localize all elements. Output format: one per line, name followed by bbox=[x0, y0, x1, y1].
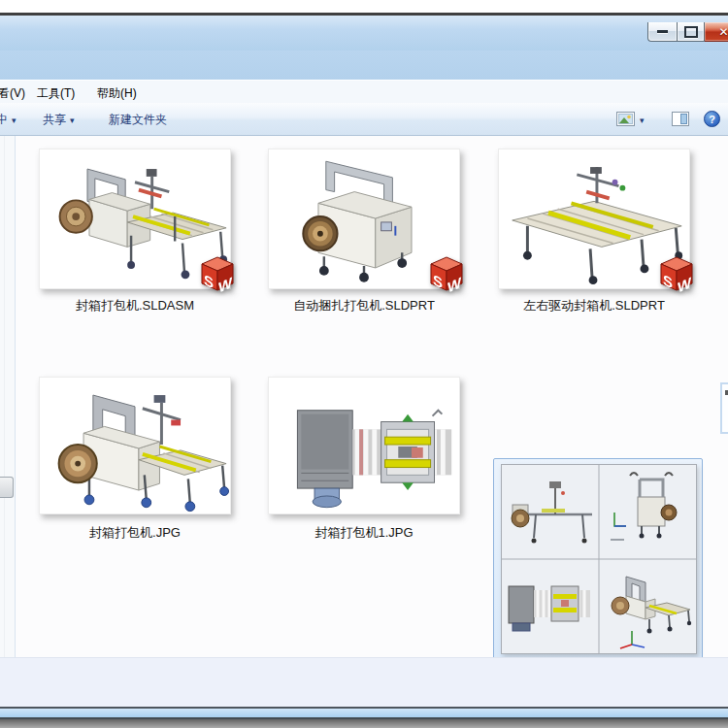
title-bar[interactable] bbox=[0, 16, 728, 50]
explorer-window: ✕ 机 ▸ 新加卷 (D:) ▸ 1 ▸ 封箱打包捆扎机 ▾ 看(V) 工具(T… bbox=[0, 0, 728, 728]
toolbar-new-folder-button[interactable]: 新建文件夹 bbox=[109, 112, 167, 128]
svg-text:S: S bbox=[433, 272, 443, 292]
desktop-strip bbox=[0, 719, 728, 728]
preview-pane-icon bbox=[672, 112, 689, 126]
machine-thumbnail bbox=[40, 378, 230, 513]
menu-bar: 看(V) 工具(T) 帮助(H) bbox=[0, 80, 728, 104]
close-icon: ✕ bbox=[718, 26, 728, 38]
file-item-sldprt-1[interactable]: S W bbox=[268, 149, 460, 289]
file-thumbnail bbox=[501, 464, 697, 654]
views-icon bbox=[616, 112, 635, 126]
views-dropdown-icon[interactable]: ▾ bbox=[640, 116, 645, 125]
file-item-sldprt-2[interactable]: S W bbox=[498, 149, 690, 289]
minimize-button[interactable] bbox=[647, 22, 677, 42]
svg-text:S: S bbox=[663, 272, 673, 292]
close-button[interactable]: ✕ bbox=[705, 22, 728, 42]
file-name[interactable]: 自动捆扎打包机.SLDPRT bbox=[268, 297, 460, 314]
file-item-sldasm[interactable]: S W bbox=[39, 149, 231, 289]
file-name[interactable]: 封箱打包机.JPG bbox=[39, 524, 231, 542]
menu-help[interactable]: 帮助(H) bbox=[97, 85, 137, 102]
navigation-scrollbar-fragment[interactable] bbox=[0, 477, 14, 498]
menu-tools[interactable]: 工具(T) bbox=[37, 85, 75, 102]
file-name[interactable]: 封箱打包机.SLDASM bbox=[39, 297, 231, 314]
preview-pane-button[interactable] bbox=[672, 112, 689, 130]
help-icon: ? bbox=[709, 114, 715, 125]
toolbar-include-library-button[interactable]: 中▾ bbox=[0, 112, 17, 128]
dropdown-icon: ▾ bbox=[12, 116, 17, 125]
file-item-jpg-2[interactable] bbox=[268, 377, 460, 514]
menu-view[interactable]: 看(V) bbox=[0, 85, 25, 102]
file-item-jpg-1[interactable] bbox=[39, 377, 231, 514]
details-pane bbox=[0, 657, 728, 707]
svg-text:S: S bbox=[204, 272, 214, 292]
maximize-button[interactable] bbox=[677, 22, 705, 42]
file-name[interactable]: 左右驱动封箱机.SLDPRT bbox=[498, 297, 690, 314]
file-name[interactable]: 封箱打包机1.JPG bbox=[268, 524, 460, 542]
maximize-icon bbox=[684, 26, 698, 38]
window-bottom-glass bbox=[0, 709, 728, 717]
tooltip-fragment bbox=[720, 382, 728, 434]
navigation-pane-line bbox=[4, 136, 5, 657]
solidworks-icon: S W bbox=[426, 254, 467, 293]
views-button[interactable] bbox=[616, 112, 635, 130]
toolbar-share-button[interactable]: 共享▾ bbox=[43, 112, 75, 128]
solidworks-icon: S W bbox=[656, 254, 697, 293]
address-bar-row: 机 ▸ 新加卷 (D:) ▸ 1 ▸ 封箱打包捆扎机 ▾ bbox=[0, 50, 728, 80]
help-button[interactable]: ? bbox=[704, 111, 720, 127]
file-item-jpg-selected[interactable]: 2018-07-10_141431.JPG bbox=[493, 458, 703, 680]
file-list-area[interactable]: S W 封箱打包机.SLDASM bbox=[0, 136, 728, 657]
navigation-pane-edge bbox=[0, 136, 16, 657]
four-view-thumbnail bbox=[501, 464, 697, 654]
minimize-icon bbox=[657, 30, 668, 33]
machine-top-view-thumbnail bbox=[269, 378, 459, 513]
dropdown-icon: ▾ bbox=[70, 116, 75, 125]
caption-buttons: ✕ bbox=[647, 22, 728, 42]
solidworks-icon: S W bbox=[197, 254, 238, 293]
